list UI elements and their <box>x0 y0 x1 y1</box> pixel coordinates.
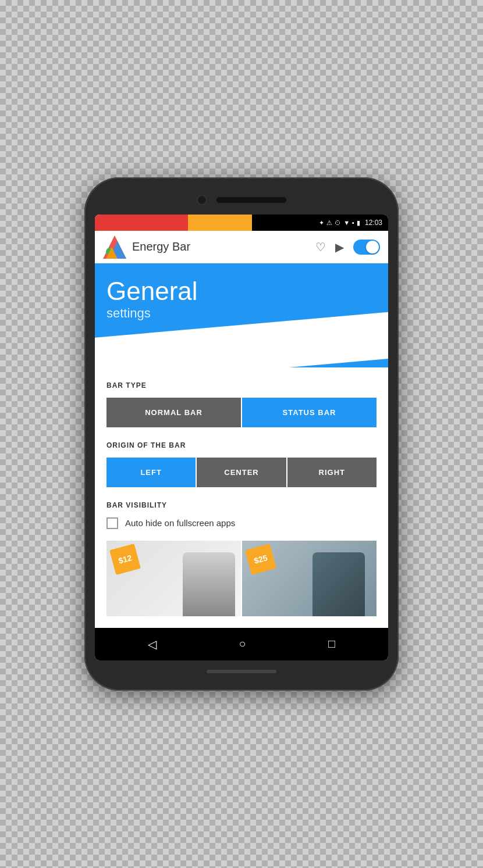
autohide-label: Auto hide on fullscreen apps <box>125 518 235 528</box>
phone-bottom <box>95 670 388 673</box>
wifi-icon: ▼ <box>343 219 350 226</box>
ad-banner: $12 $25 <box>106 541 377 616</box>
normal-bar-button[interactable]: NORMAL BAR <box>106 398 241 427</box>
header-title: General <box>106 277 377 305</box>
status-time: 12:03 <box>365 219 382 227</box>
screen: ✦ ⚠ ⏲ ▼ ▪ ▮ 12:03 Energy Bar <box>95 215 388 660</box>
center-button[interactable]: CENTER <box>197 458 286 487</box>
video-icon[interactable]: ▶ <box>335 240 344 254</box>
nav-bar: ◁ ○ □ <box>95 628 388 660</box>
ad-price-1: $12 <box>109 544 141 575</box>
bar-type-section: BAR TYPE NORMAL BAR STATUS BAR <box>106 381 377 427</box>
phone-top <box>95 195 388 205</box>
ad-price-2: $25 <box>245 544 276 575</box>
home-button[interactable]: ○ <box>234 633 250 655</box>
notification-icon: ⚠ <box>326 219 332 227</box>
status-bar-right: ✦ ⚠ ⏲ ▼ ▪ ▮ 12:03 <box>252 215 388 231</box>
status-bar-red <box>95 215 188 231</box>
app-toolbar: Energy Bar ♡ ▶ <box>95 231 388 263</box>
origin-label: ORIGIN OF THE BAR <box>106 441 377 449</box>
battery-icon: ▮ <box>357 219 360 227</box>
signal-icon: ▪ <box>352 219 354 226</box>
ad-item-1: $12 <box>106 541 241 616</box>
toolbar-icons: ♡ ▶ <box>315 240 380 255</box>
speaker-slot <box>216 197 286 203</box>
right-button[interactable]: RIGHT <box>287 458 377 487</box>
origin-group: LEFT CENTER RIGHT <box>106 458 377 487</box>
checkbox-row: Auto hide on fullscreen apps <box>106 517 377 529</box>
bar-type-label: BAR TYPE <box>106 381 377 390</box>
header-area: General settings <box>95 263 388 367</box>
status-bar-button[interactable]: STATUS BAR <box>242 398 377 427</box>
status-bar-yellow <box>188 215 252 231</box>
phone-device: ✦ ⚠ ⏲ ▼ ▪ ▮ 12:03 Energy Bar <box>84 177 399 690</box>
left-button[interactable]: LEFT <box>106 458 196 487</box>
header-subtitle: settings <box>106 306 377 321</box>
enable-toggle[interactable] <box>353 240 380 255</box>
origin-section: ORIGIN OF THE BAR LEFT CENTER RIGHT <box>106 441 377 487</box>
alarm-icon: ⏲ <box>335 219 341 226</box>
visibility-section: BAR VISIBILITY Auto hide on fullscreen a… <box>106 501 377 529</box>
back-button[interactable]: ◁ <box>143 633 161 656</box>
ad-jacket-image <box>312 552 365 616</box>
autohide-checkbox[interactable] <box>106 517 118 529</box>
app-logo <box>103 235 126 259</box>
favorite-icon[interactable]: ♡ <box>315 240 326 254</box>
app-title: Energy Bar <box>132 240 315 253</box>
visibility-label: BAR VISIBILITY <box>106 501 377 509</box>
camera-dot <box>197 195 207 205</box>
recent-button[interactable]: □ <box>324 633 340 655</box>
ad-item-2: $25 <box>242 541 377 616</box>
bottom-slot <box>207 670 276 673</box>
ad-person-image <box>183 552 235 616</box>
status-bar: ✦ ⚠ ⏲ ▼ ▪ ▮ 12:03 <box>95 215 388 231</box>
content-area: BAR TYPE NORMAL BAR STATUS BAR ORIGIN OF… <box>95 367 388 628</box>
bar-type-group: NORMAL BAR STATUS BAR <box>106 398 377 427</box>
bluetooth-icon: ✦ <box>319 219 324 227</box>
